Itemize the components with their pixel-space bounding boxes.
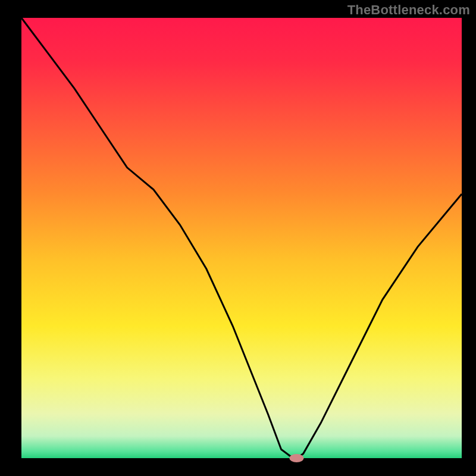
minimum-marker <box>290 454 304 462</box>
attribution-label: TheBottleneck.com <box>347 2 470 18</box>
plot-background <box>21 18 462 458</box>
bottleneck-chart <box>0 0 476 476</box>
chart-frame: TheBottleneck.com <box>0 0 476 476</box>
